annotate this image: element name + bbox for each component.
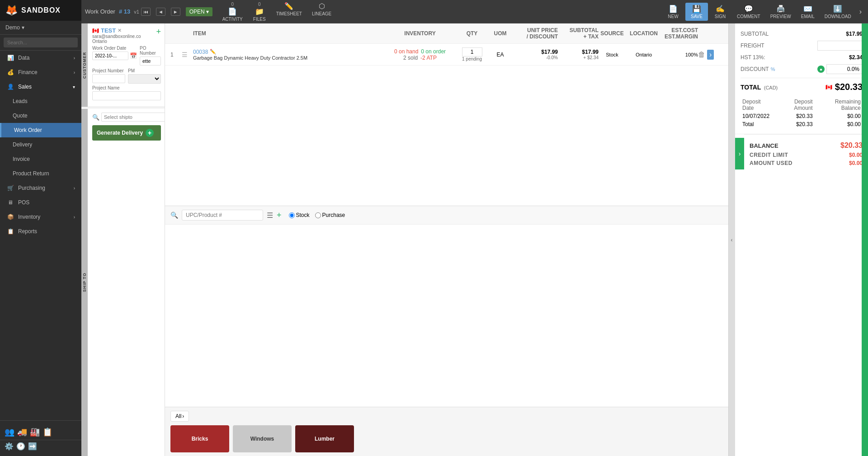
item-est: 100% [662, 52, 698, 58]
sidebar-item-sales[interactable]: 👤 Sales ▾ [0, 80, 81, 94]
inventory-arrow: › [74, 215, 75, 220]
qty-input[interactable] [462, 47, 482, 56]
delete-item-btn[interactable]: 🗑 [698, 51, 705, 59]
stock-radio-label-text: Stock [296, 212, 310, 218]
sidebar-item-delivery[interactable]: Delivery [0, 137, 81, 152]
item-link[interactable]: 00038 [193, 49, 208, 55]
activity-action[interactable]: 0 📄 ACTIVITY [218, 0, 247, 24]
sidebar-item-leads[interactable]: Leads [0, 94, 81, 108]
clock-icon[interactable]: 🕐 [16, 442, 25, 451]
credit-limit-row: CREDIT LIMIT $0.00 [750, 151, 863, 159]
est-cost-value: 100% [685, 52, 698, 57]
product-search-input[interactable] [182, 210, 263, 221]
item-drag-handle[interactable]: ☰ [182, 51, 193, 58]
customer-tab-label: CUSTOMER [82, 52, 87, 78]
truck-icon[interactable]: 🚚 [17, 427, 27, 437]
factory-icon[interactable]: 🏭 [30, 427, 40, 437]
date-input-group: 📅 [92, 52, 137, 60]
generate-delivery-btn[interactable]: Generate Delivery + [92, 125, 161, 141]
customer-tab[interactable]: CUSTOMER [81, 24, 88, 107]
add-customer-btn[interactable]: + [156, 27, 161, 37]
discount-input[interactable] [826, 64, 863, 74]
save-action[interactable]: 💾 SAVE [685, 3, 708, 21]
stock-radio-label[interactable]: Stock [289, 212, 310, 218]
project-name-input[interactable] [92, 91, 161, 100]
item-name: Garbage Bag Dynamic Heavy Duty Contracto… [193, 55, 384, 61]
sidebar-item-data[interactable]: 📊 Data › [0, 51, 81, 65]
sidebar-item-invoice[interactable]: Invoice [0, 152, 81, 166]
new-action[interactable]: 📄 NEW [662, 3, 684, 21]
more-btn[interactable]: › [857, 3, 864, 21]
customer-name-row: 🇨🇦 TEST ✕ [92, 27, 141, 34]
sidebar-search-container [0, 35, 81, 51]
files-action-wrapper: 0 📁 FILES [248, 0, 271, 24]
discount-circle-btn[interactable]: ● [817, 66, 825, 73]
board-icon[interactable]: 📋 [42, 427, 52, 437]
sidebar-label-reports: Reports [18, 228, 37, 235]
subtotal-row-value: $17.99 [558, 49, 599, 55]
expand-item-btn[interactable]: › [707, 50, 714, 60]
timesheet-action[interactable]: ✏️ TIMESHEET [272, 0, 307, 24]
pm-select[interactable] [128, 74, 161, 84]
add-item-btn[interactable]: + [277, 211, 282, 220]
email-action[interactable]: ✉️ EMAIL [797, 3, 819, 21]
sidebar-label-invoice: Invoice [13, 156, 30, 162]
sidebar-item-pos[interactable]: 🖥 POS [0, 195, 81, 210]
col-price-header: UNIT PRICE/ DISCOUNT [513, 27, 558, 40]
shipto-search-icon: 🔍 [92, 114, 99, 121]
purchase-radio[interactable] [315, 212, 321, 218]
shipto-search-input[interactable] [101, 113, 165, 122]
sign-action[interactable]: ✍️ SIGN [709, 3, 731, 21]
sidebar-label-pos: POS [18, 199, 29, 206]
files-action[interactable]: 0 📁 FILES [248, 0, 271, 24]
shipto-tab[interactable]: SHIP TO [81, 109, 88, 456]
collapse-panel-btn[interactable]: ‹ [728, 24, 735, 456]
item-edit-icon[interactable]: ✏️ [210, 49, 216, 55]
nav-prev-btn[interactable]: ◄ [156, 8, 165, 16]
nav-next-btn[interactable]: ► [171, 8, 180, 16]
calendar-icon[interactable]: 📅 [130, 52, 137, 59]
sidebar-item-purchasing[interactable]: 🛒 Purchasing › [0, 181, 81, 195]
po-input[interactable] [140, 56, 161, 66]
project-number-input[interactable] [92, 74, 125, 83]
sidebar-item-work-order[interactable]: Work Order [0, 123, 81, 137]
download-action[interactable]: ⬇️ DOWNLOAD [820, 3, 856, 21]
customer-clear-icon[interactable]: ✕ [118, 28, 122, 33]
nav-first-btn[interactable]: ⏮ [141, 8, 151, 16]
preview-action[interactable]: 🖨️ PREVIEW [766, 3, 796, 21]
windows-card[interactable]: Windows [233, 425, 292, 452]
lumber-card[interactable]: Lumber [295, 425, 354, 452]
comment-action[interactable]: 💬 COMMENT [732, 3, 765, 21]
email-icon: ✉️ [803, 5, 812, 13]
bricks-label: Bricks [192, 436, 208, 442]
sign-icon: ✍️ [716, 5, 725, 13]
hst-label: HST 13%: [741, 54, 765, 61]
collapse-icon: ‹ [731, 237, 733, 243]
sidebar-item-product-return[interactable]: Product Return [0, 166, 81, 181]
date-input[interactable] [92, 52, 128, 60]
sidebar-item-reports[interactable]: 📋 Reports [0, 224, 81, 239]
status-btn[interactable]: OPEN ▾ [186, 7, 212, 16]
search-input[interactable] [4, 38, 78, 47]
purchase-radio-label[interactable]: Purchase [315, 212, 345, 218]
users-icon[interactable]: 👥 [5, 427, 14, 437]
search-bar-icon: 🔍 [170, 212, 178, 219]
bricks-card[interactable]: Bricks [170, 425, 229, 452]
sidebar-item-quote[interactable]: Quote [0, 108, 81, 123]
sign-label: SIGN [715, 14, 726, 19]
sidebar-item-inventory[interactable]: 📦 Inventory › [0, 210, 81, 224]
customer-name[interactable]: TEST [101, 27, 116, 34]
all-tab-btn[interactable]: All › [170, 411, 189, 422]
sidebar-demo[interactable]: Demo ▾ [0, 21, 81, 35]
lineage-action[interactable]: ⬡ LINEAGE [307, 0, 336, 24]
sidebar-item-finance[interactable]: 💰 Finance › [0, 65, 81, 80]
expand-right-btn[interactable]: › [735, 138, 744, 169]
freight-input[interactable] [817, 41, 863, 51]
logout-icon[interactable]: ➡️ [28, 442, 37, 451]
stock-radio[interactable] [289, 212, 295, 218]
grand-total-row: TOTAL (CAD) 🇨🇦 $20.33 [741, 78, 863, 96]
filter-icon[interactable]: ☰ [267, 211, 273, 220]
settings-icon[interactable]: ⚙️ [5, 442, 14, 451]
customer-header-row: 🇨🇦 TEST ✕ sara@sandboxonline.co Ontario … [92, 27, 161, 44]
activity-badge: 0 [231, 2, 234, 7]
